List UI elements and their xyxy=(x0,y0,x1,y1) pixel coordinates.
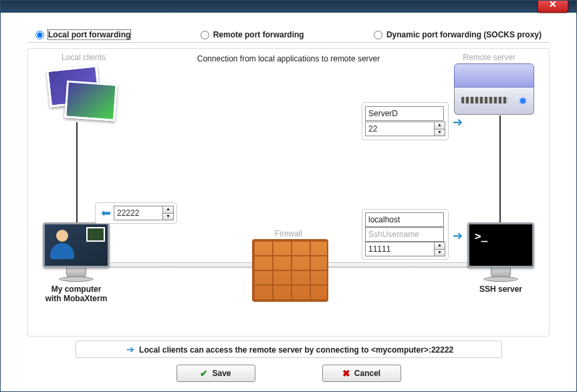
my-computer-icon: My computer with MobaXterm xyxy=(43,222,110,304)
ssh-host-input[interactable] xyxy=(365,212,444,227)
local-port-group: ⬅ ▲▼ xyxy=(95,202,177,224)
ssh-user-input[interactable] xyxy=(365,227,444,242)
connection-description: Connection from local applications to re… xyxy=(28,54,549,63)
radio-remote-input[interactable] xyxy=(201,31,209,39)
remote-server-icon xyxy=(454,63,534,117)
arrow-right-icon: ➔ xyxy=(450,228,465,243)
cancel-button-label: Cancel xyxy=(354,369,380,378)
radio-dynamic-input[interactable] xyxy=(374,31,382,39)
ssh-server-group: ▲▼ ➔ xyxy=(362,209,449,260)
cancel-button[interactable]: ✖ Cancel xyxy=(322,365,401,382)
radio-dynamic-label: Dynamic port forwarding (SOCKS proxy) xyxy=(386,30,542,39)
hint-bar: ➔ Local clients can access the remote se… xyxy=(76,341,502,358)
remote-host-input[interactable] xyxy=(365,106,444,121)
hint-text-target: <mycomputer>:22222 xyxy=(371,345,453,355)
save-button-label: Save xyxy=(212,369,231,378)
forwarding-mode-radios: Local port forwarding Remote port forwar… xyxy=(27,27,550,43)
diagram-area: Local clients Remote server Connection f… xyxy=(27,48,550,337)
ssh-server-caption: SSH server xyxy=(467,284,534,294)
radio-local-forwarding[interactable]: Local port forwarding xyxy=(35,30,130,39)
titlebar xyxy=(1,1,576,13)
remote-port-input[interactable] xyxy=(365,122,434,136)
remote-port-spinner[interactable]: ▲▼ xyxy=(434,122,445,136)
hint-text-prefix: Local clients can access the remote serv… xyxy=(139,345,371,355)
radio-remote-label: Remote port forwarding xyxy=(213,30,304,39)
radio-remote-forwarding[interactable]: Remote port forwarding xyxy=(201,30,304,39)
ssh-port-spinner[interactable]: ▲▼ xyxy=(434,242,445,256)
check-icon: ✔ xyxy=(200,368,208,379)
local-port-spinner[interactable]: ▲▼ xyxy=(162,206,174,220)
line-local xyxy=(76,122,78,222)
close-button[interactable]: ✕ xyxy=(538,0,568,13)
my-computer-caption-1: My computer xyxy=(43,284,110,294)
firewall-icon xyxy=(252,239,328,302)
cross-icon: ✖ xyxy=(342,368,350,379)
local-port-input[interactable] xyxy=(114,206,162,220)
arrow-right-icon: ➔ xyxy=(450,115,465,130)
remote-server-group: ▲▼ ➔ xyxy=(362,102,449,140)
local-clients-icon xyxy=(48,67,115,121)
radio-local-label: Local port forwarding xyxy=(48,30,130,39)
save-button[interactable]: ✔ Save xyxy=(177,365,255,382)
radio-local-input[interactable] xyxy=(35,31,44,39)
my-computer-caption-2: with MobaXterm xyxy=(43,294,110,303)
ssh-port-input[interactable] xyxy=(365,242,434,256)
line-remote xyxy=(499,116,501,222)
ssh-server-icon: SSH server xyxy=(467,222,534,294)
arrow-left-icon: ⬅ xyxy=(98,206,114,220)
hint-arrow-icon: ➔ xyxy=(124,344,137,355)
radio-dynamic-forwarding[interactable]: Dynamic port forwarding (SOCKS proxy) xyxy=(374,30,542,39)
